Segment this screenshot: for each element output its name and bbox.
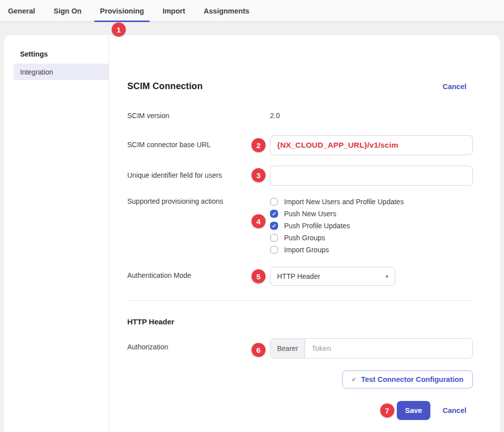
provisioning-action-row: Push New Users: [270, 208, 404, 220]
annotation-badge-7: 7: [380, 403, 394, 417]
auth-mode-selected-value: HTTP Header: [277, 272, 320, 280]
provisioning-actions-list: Import New Users and Profile UpdatesPush…: [270, 196, 404, 256]
provisioning-action-row: Push Profile Updates: [270, 220, 404, 232]
checkbox-unchecked[interactable]: [270, 246, 278, 254]
unique-id-input[interactable]: [270, 166, 473, 186]
auth-mode-label: Authentication Mode: [127, 267, 270, 286]
authorization-input-group: Bearer: [270, 338, 473, 358]
tab-general[interactable]: General: [8, 0, 35, 22]
provisioning-actions-label: Supported provisioning actions: [127, 196, 270, 256]
provisioning-action-row: Push Groups: [270, 232, 404, 244]
annotation-badge-5: 5: [251, 269, 266, 283]
checkbox-checked[interactable]: [270, 222, 278, 230]
cancel-link-top[interactable]: Cancel: [442, 83, 466, 91]
checkbox-unchecked[interactable]: [270, 198, 278, 206]
auth-mode-select[interactable]: HTTP Header ▾: [270, 267, 395, 286]
provisioning-action-label: Push Groups: [284, 234, 325, 242]
annotation-badge-3: 3: [251, 168, 266, 182]
check-icon: ✓: [352, 376, 357, 383]
section-divider: [127, 300, 473, 301]
checkbox-unchecked[interactable]: [270, 234, 278, 242]
provisioning-action-row: Import New Users and Profile Updates: [270, 196, 404, 208]
annotation-badge-6: 6: [251, 343, 266, 357]
page-title: SCIM Connection: [127, 81, 203, 92]
provisioning-action-label: Import Groups: [284, 246, 329, 254]
scim-version-label: SCIM version: [127, 112, 270, 120]
tab-assignments[interactable]: Assignments: [204, 0, 249, 22]
sidebar-item-integration[interactable]: Integration: [14, 64, 109, 80]
token-input[interactable]: [305, 339, 472, 358]
save-button[interactable]: Save: [397, 401, 431, 420]
sidebar-header: Settings: [4, 50, 109, 58]
http-header-section-title: HTTP Header: [127, 317, 473, 326]
unique-id-label: Unique identifier field for users: [127, 166, 270, 186]
test-connector-button[interactable]: ✓ Test Connector Configuration: [342, 370, 473, 388]
checkbox-checked[interactable]: [270, 210, 278, 218]
provisioning-action-label: Import New Users and Profile Updates: [284, 198, 404, 206]
provisioning-action-label: Push Profile Updates: [284, 222, 350, 230]
provisioning-action-row: Import Groups: [270, 244, 404, 256]
provisioning-card: Settings Integration SCIM Connection Can…: [4, 35, 500, 432]
annotation-badge-2: 2: [251, 138, 266, 152]
authorization-label: Authorization: [127, 338, 270, 358]
chevron-down-icon: ▾: [385, 273, 388, 280]
tab-provisioning[interactable]: Provisioning: [100, 0, 144, 22]
cancel-button-bottom[interactable]: Cancel: [442, 406, 466, 414]
app-tabbar: General Sign On Provisioning Import Assi…: [0, 0, 504, 22]
base-url-label: SCIM connector base URL: [127, 135, 270, 155]
annotation-badge-4: 4: [251, 214, 266, 228]
scim-connection-panel: SCIM Connection Cancel SCIM version 2.0 …: [109, 35, 500, 432]
scim-version-value: 2.0: [270, 112, 280, 120]
annotation-badge-1: 1: [112, 23, 126, 37]
tab-import[interactable]: Import: [162, 0, 185, 22]
test-connector-button-label: Test Connector Configuration: [361, 375, 463, 383]
tab-sign-on[interactable]: Sign On: [54, 0, 82, 22]
provisioning-action-label: Push New Users: [284, 210, 336, 218]
settings-sidebar: Settings Integration: [4, 35, 109, 432]
bearer-prefix: Bearer: [271, 339, 305, 358]
base-url-input[interactable]: [270, 135, 473, 155]
